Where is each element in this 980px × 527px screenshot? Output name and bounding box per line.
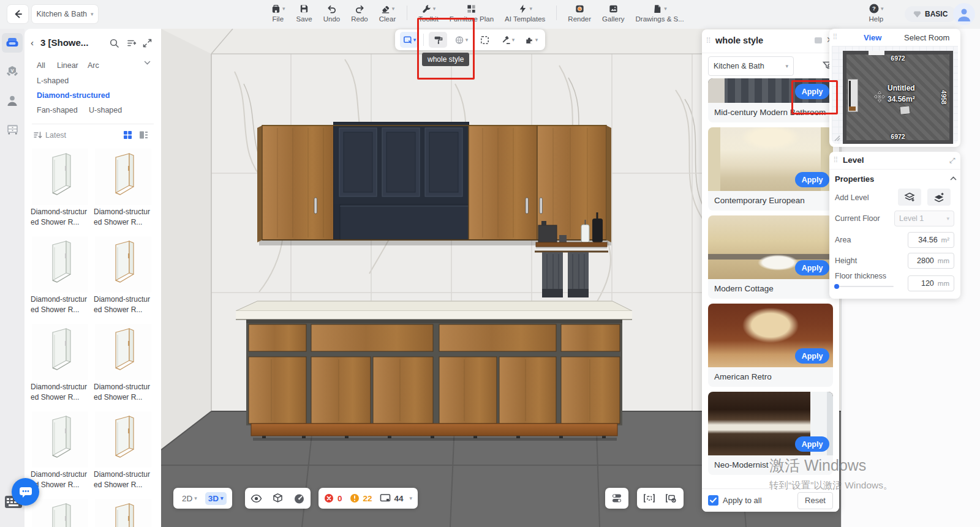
expand-panel-icon[interactable]: ⤢: [949, 156, 956, 165]
whole-style-button[interactable]: [429, 32, 447, 48]
rail-item-storage[interactable]: [2, 119, 23, 139]
avatar[interactable]: [953, 3, 975, 25]
menu-ai-templates[interactable]: ▾ AI Templates: [505, 3, 545, 23]
drag-handle-icon[interactable]: ⁞⁞: [706, 36, 710, 45]
minimap-area[interactable]: 6972 6972 4958 4958 Untitled 34.56m²: [832, 46, 958, 144]
room-type-select[interactable]: Kitchen & Bath ▾: [32, 5, 98, 23]
drag-handle-icon[interactable]: ⁞⁞: [833, 32, 837, 41]
move-crosshair-icon[interactable]: [873, 91, 886, 103]
screen-capture-icon[interactable]: [643, 493, 656, 504]
expand-panel-icon[interactable]: [142, 38, 153, 48]
product-list-item[interactable]: Diamond-structured Shower R...: [92, 499, 154, 527]
auction-tools-button[interactable]: ▾: [499, 32, 517, 48]
menu-redo[interactable]: Redo: [351, 3, 368, 23]
mode-3d-button[interactable]: 3D▾: [205, 492, 227, 505]
floor-thickness-input[interactable]: 120 mm: [908, 275, 954, 291]
current-floor-select[interactable]: Level 1 ▾: [894, 211, 954, 226]
reset-button[interactable]: Reset: [797, 492, 833, 509]
style-category-select[interactable]: Kitchen & Bath ▾: [708, 56, 794, 76]
panel-back-chevron[interactable]: ‹: [31, 37, 34, 48]
minimize-icon[interactable]: [815, 37, 822, 43]
slider-handle[interactable]: [834, 284, 839, 289]
menu-label: Drawings & S...: [636, 15, 684, 23]
resize-handle-icon[interactable]: [834, 135, 840, 141]
style-card[interactable]: Apply Mid-century Modern Bathroom: [708, 78, 833, 122]
drag-handle-icon[interactable]: ⁞⁞: [834, 155, 838, 164]
apply-button[interactable]: Apply: [795, 172, 829, 187]
menu-label: Gallery: [602, 15, 624, 23]
mode-2d-button[interactable]: 2D▾: [179, 492, 200, 505]
add-level-below-button[interactable]: [898, 189, 921, 206]
cube-view-icon[interactable]: [272, 493, 284, 504]
search-icon[interactable]: [109, 38, 119, 48]
rail-item-designers[interactable]: [2, 91, 23, 110]
product-list-item[interactable]: Diamond-structured Shower R...: [92, 324, 154, 403]
filter-all[interactable]: All: [37, 61, 45, 70]
tab-view[interactable]: View: [864, 33, 881, 42]
base-cabinet[interactable]: [236, 301, 632, 441]
list-view-toggle[interactable]: [138, 130, 149, 140]
filter-fan-shaped[interactable]: Fan-shaped: [37, 106, 78, 114]
performance-gauge-icon[interactable]: [293, 493, 305, 504]
apply-button[interactable]: Apply: [795, 348, 829, 364]
filter-u-shaped[interactable]: U-shaped: [89, 106, 122, 114]
marquee-select-button[interactable]: [475, 32, 494, 48]
style-card[interactable]: Apply Contemporary European: [708, 127, 833, 211]
wall-cabinets[interactable]: [257, 122, 611, 245]
issues-status-bar[interactable]: 0 22 44 ▾: [318, 488, 418, 509]
chevron-down-icon[interactable]: [143, 58, 152, 67]
menu-gallery[interactable]: Gallery: [602, 3, 624, 23]
minimap-floorplan[interactable]: 6972 6972 4958 4958 Untitled 34.56m²: [843, 51, 953, 144]
plugins-button[interactable]: ▾: [522, 32, 540, 48]
menu-undo[interactable]: Undo: [323, 3, 341, 23]
menu-render[interactable]: Render: [568, 3, 591, 23]
menu-toolkit[interactable]: ▾ Toolkit: [418, 3, 439, 23]
menu-drawings[interactable]: ▾ Drawings & S...: [636, 3, 684, 23]
product-list-item[interactable]: Diamond-structured Shower R...: [29, 236, 91, 315]
filter-l-shaped[interactable]: L-shaped: [37, 77, 69, 85]
back-button[interactable]: [7, 5, 28, 23]
product-list-item[interactable]: Diamond-structured Shower R...: [29, 324, 91, 403]
menu-furniture-plan[interactable]: Furniture Plan: [450, 3, 494, 23]
height-input[interactable]: 2800 mm: [908, 253, 954, 269]
chat-support-button[interactable]: [12, 478, 39, 506]
tab-select-room[interactable]: Select Room: [904, 33, 949, 42]
menu-file[interactable]: ▾ File: [271, 3, 285, 23]
style-card-name: Modern Cottage: [708, 279, 833, 299]
rail-item-furniture[interactable]: [2, 33, 23, 53]
help-button[interactable]: ?▾ Help: [869, 3, 884, 23]
filter-sort-icon[interactable]: [126, 38, 137, 48]
style-card[interactable]: Apply American Retro: [708, 304, 833, 387]
grid-view-toggle[interactable]: [123, 130, 133, 140]
material-brush-button[interactable]: ▾: [452, 32, 470, 48]
product-list-item[interactable]: Diamond-structured Shower R...: [29, 149, 91, 228]
add-level-above-button[interactable]: [927, 189, 951, 206]
menu-clear[interactable]: ▾ Clear: [379, 3, 396, 23]
area-input[interactable]: 34.56 m²: [908, 232, 954, 248]
product-list-item[interactable]: Diamond-structured Shower R...: [29, 499, 91, 527]
plan-badge[interactable]: BASIC: [905, 6, 956, 22]
apply-to-all-checkbox[interactable]: [708, 495, 718, 506]
rail-item-brand[interactable]: V: [2, 62, 23, 81]
floor-thickness-slider[interactable]: [835, 286, 894, 287]
apply-button[interactable]: Apply: [795, 436, 829, 452]
caret-icon: ▾: [535, 37, 538, 43]
filter-diamond-structured[interactable]: Diamond-structured: [37, 91, 110, 100]
visibility-eye-icon[interactable]: [251, 493, 262, 504]
chevron-up-icon[interactable]: [949, 174, 957, 182]
product-list-item[interactable]: Diamond-structured Shower R...: [92, 236, 154, 315]
filter-linear[interactable]: Linear: [57, 61, 78, 70]
product-list-item[interactable]: Diamond-structured Shower R...: [92, 149, 154, 228]
design-mode-button[interactable]: ▾: [400, 32, 418, 48]
style-card[interactable]: Apply Modern Cottage: [708, 215, 833, 299]
sort-latest[interactable]: Latest: [33, 130, 66, 140]
filter-arc[interactable]: Arc: [88, 61, 99, 70]
product-list-item[interactable]: Diamond-structured Shower R...: [92, 411, 154, 490]
toggle-settings-button[interactable]: [605, 488, 628, 509]
screen-settings-icon[interactable]: [665, 493, 678, 504]
style-card[interactable]: Apply Neo-Modernist: [708, 392, 833, 475]
apply-button[interactable]: Apply: [795, 84, 829, 99]
product-list-item[interactable]: Diamond-structured Shower R...: [29, 411, 91, 490]
menu-save[interactable]: Save: [296, 3, 312, 23]
apply-button[interactable]: Apply: [795, 260, 829, 275]
